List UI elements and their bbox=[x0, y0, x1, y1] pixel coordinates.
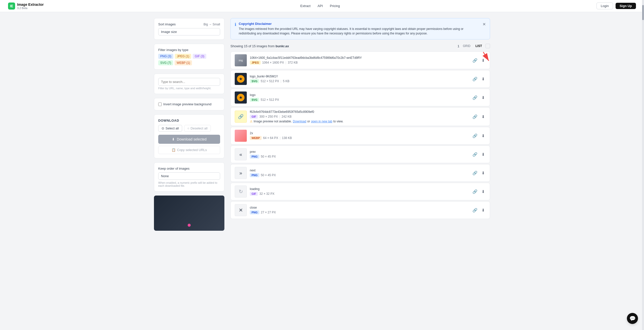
keep-order-title: Keep order of images bbox=[158, 167, 220, 170]
image-row: ✕ close PNG 27 × 27 PX 🔗 ⬇ bbox=[230, 201, 490, 219]
image-filename: logo bbox=[250, 93, 468, 97]
download-button[interactable]: ⬇ bbox=[480, 113, 486, 120]
image-filesize: 5 KB bbox=[283, 79, 289, 83]
image-thumb: ✕ bbox=[235, 204, 247, 216]
scrollbar[interactable] bbox=[642, 0, 644, 237]
image-info: logo_bunkr-9Ki5M1Y SVG 512 × 512 PX | 5 … bbox=[250, 75, 468, 83]
download-section: DOWNLOAD ⊙ Select all ○ Deselect all ⬇ D… bbox=[154, 114, 224, 158]
nav-extract[interactable]: Extract bbox=[300, 4, 310, 8]
disclaimer-close-button[interactable]: ✕ bbox=[482, 22, 486, 27]
select-all-checkbox-icon[interactable] bbox=[486, 44, 490, 48]
image-thumb bbox=[235, 91, 247, 104]
search-input[interactable] bbox=[158, 78, 220, 86]
image-dimensions: 50 × 45 PX bbox=[261, 173, 276, 177]
download-button[interactable]: ⬇ bbox=[480, 207, 486, 214]
copy-urls-button[interactable]: 📋 Copy selected URLs bbox=[158, 146, 220, 154]
type-badge: GIF bbox=[250, 192, 258, 196]
download-button[interactable]: ⬇ bbox=[480, 57, 486, 64]
image-row: » next PNG 50 × 45 PX 🔗 ⬇ bbox=[230, 164, 490, 182]
signup-button[interactable]: Sign Up bbox=[616, 3, 636, 9]
filter-png[interactable]: PNG (3) bbox=[158, 54, 173, 59]
image-actions: 🔗 ⬇ bbox=[471, 94, 486, 101]
keep-order-select[interactable]: None Ascending Descending bbox=[158, 172, 220, 180]
filter-svg[interactable]: SVG (7) bbox=[158, 60, 173, 65]
copy-link-button[interactable]: 🔗 bbox=[471, 188, 478, 195]
main-nav: Extract API Pricing bbox=[300, 4, 340, 8]
image-row: logo_bunkr-9Ki5M1Y SVG 512 × 512 PX | 5 … bbox=[230, 70, 490, 88]
select-all-label: Select all bbox=[166, 126, 179, 130]
page-number: 1 bbox=[458, 44, 459, 48]
grid-view-button[interactable]: GRID bbox=[461, 43, 472, 49]
download-button[interactable]: ⬇ bbox=[480, 76, 486, 82]
sort-select[interactable]: Image size File name Dimensions bbox=[158, 28, 220, 35]
copy-urls-label: Copy selected URLs bbox=[177, 148, 207, 152]
nav-api[interactable]: API bbox=[317, 4, 323, 8]
image-info: prev PNG 50 × 45 PX bbox=[250, 150, 468, 159]
search-hint: Filter by URL, name, type and width/heig… bbox=[158, 87, 220, 90]
image-meta: WEBP 64 × 64 PX | 138 KB bbox=[250, 136, 468, 140]
image-filename: close bbox=[250, 206, 468, 209]
warning-or: or bbox=[307, 120, 310, 123]
image-list: img 1064×1600_6a1cbac5f11edd4763ead9dcba… bbox=[230, 52, 490, 219]
download-button[interactable]: ⬇ bbox=[480, 151, 486, 158]
deselect-all-button[interactable]: ○ Deselect all bbox=[184, 125, 211, 132]
download-button[interactable]: ⬇ bbox=[480, 132, 486, 139]
app-version: 3.2 Beta bbox=[17, 7, 44, 10]
download-button[interactable]: ⬇ bbox=[480, 94, 486, 101]
disclaimer-banner: ℹ Copyright Disclaimer The images retrie… bbox=[230, 18, 490, 39]
image-dimensions: 300 × 250 PX bbox=[259, 115, 278, 118]
copy-link-button[interactable]: 🔗 bbox=[471, 94, 478, 101]
logo-area: IE Image Extractor 3.2 Beta bbox=[8, 3, 44, 10]
copy-link-button[interactable]: 🔗 bbox=[471, 207, 478, 214]
image-thumb: « bbox=[235, 148, 247, 160]
filter-gif[interactable]: GIF (3) bbox=[193, 54, 206, 59]
info-icon: ℹ bbox=[235, 22, 236, 27]
scrollbar-thumb[interactable] bbox=[642, 5, 644, 20]
copy-link-button[interactable]: 🔗 bbox=[471, 132, 478, 139]
image-thumb bbox=[235, 130, 247, 142]
preview-box bbox=[154, 196, 224, 231]
sidebar: Sort images Big → Small Image size File … bbox=[154, 18, 224, 231]
sort-section: Sort images Big → Small Image size File … bbox=[154, 18, 224, 40]
image-meta: PNG 50 × 45 PX bbox=[250, 173, 468, 177]
image-thumb: » bbox=[235, 167, 247, 179]
image-info: loading GIF 32 × 32 PX bbox=[250, 187, 468, 196]
invert-checkbox[interactable] bbox=[158, 103, 162, 106]
select-all-icon: ⊙ bbox=[162, 126, 164, 130]
image-filename: prev bbox=[250, 150, 468, 154]
results-info: Showing 15 of 15 images from bunkr.ax bbox=[230, 44, 289, 48]
main-content: ℹ Copyright Disclaimer The images retrie… bbox=[230, 18, 490, 231]
download-button[interactable]: ⬇ bbox=[480, 170, 486, 176]
image-actions: 🔗 ⬇ bbox=[471, 76, 486, 82]
nav-pricing[interactable]: Pricing bbox=[330, 4, 340, 8]
sort-header: Sort images Big → Small bbox=[158, 22, 220, 26]
filter-jpeg[interactable]: JPEG (1) bbox=[175, 54, 191, 59]
download-button[interactable]: ⬇ bbox=[480, 188, 486, 195]
login-button[interactable]: Login bbox=[596, 3, 613, 9]
image-meta: SVG 512 × 512 PX | 5 KB bbox=[250, 79, 468, 83]
image-thumb: ↻ bbox=[235, 185, 247, 198]
download-link[interactable]: Download bbox=[293, 120, 306, 123]
type-badge: GIF bbox=[250, 115, 258, 119]
image-info: f62b4e9764dc8773e43ebe6953f765d5c8909ef0… bbox=[250, 110, 468, 123]
image-meta: JPEG 1064 × 1600 PX | 372 KB bbox=[250, 61, 468, 65]
results-showing: Showing 15 of 15 images from bbox=[230, 44, 275, 48]
invert-label[interactable]: Invert image preview background bbox=[158, 102, 220, 106]
open-in-tab-link[interactable]: open in new tab bbox=[311, 120, 332, 123]
image-info: next PNG 50 × 45 PX bbox=[250, 169, 468, 177]
copy-link-button[interactable]: 🔗 bbox=[471, 57, 478, 64]
image-row: 🔗 f62b4e9764dc8773e43ebe6953f765d5c8909e… bbox=[230, 107, 490, 126]
download-selected-button[interactable]: ⬇ Download selected bbox=[158, 135, 220, 144]
search-section: Filter by URL, name, type and width/heig… bbox=[154, 74, 224, 94]
copy-link-button[interactable]: 🔗 bbox=[471, 113, 478, 120]
image-filesize: 242 KB bbox=[282, 115, 292, 118]
image-dimensions: 512 × 512 PX bbox=[261, 79, 279, 83]
filter-webp[interactable]: WEBP (1) bbox=[175, 60, 192, 65]
list-view-button[interactable]: LIST bbox=[474, 43, 484, 49]
copy-link-button[interactable]: 🔗 bbox=[471, 151, 478, 158]
image-actions: 🔗 ⬇ bbox=[471, 57, 486, 64]
copy-link-button[interactable]: 🔗 bbox=[471, 170, 478, 176]
select-all-button[interactable]: ⊙ Select all bbox=[158, 125, 182, 132]
copy-link-button[interactable]: 🔗 bbox=[471, 76, 478, 82]
image-dimensions: 64 × 64 PX bbox=[263, 136, 278, 140]
